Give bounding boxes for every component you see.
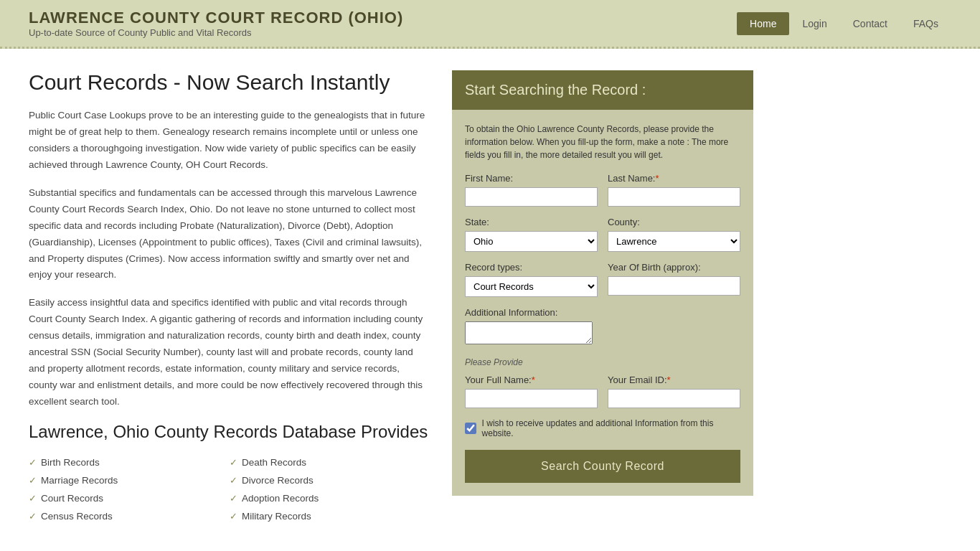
full-name-group: Your Full Name:*: [465, 375, 598, 408]
check-icon: ✓: [230, 475, 237, 486]
paragraph-3: Easily access insightful data and specif…: [29, 295, 430, 410]
email-input[interactable]: [608, 389, 740, 408]
last-name-label: Last Name:*: [608, 173, 740, 184]
list-item: ✓Military Records: [230, 507, 430, 525]
record-label: Marriage Records: [41, 475, 118, 486]
year-of-birth-label: Year Of Birth (approx):: [608, 262, 740, 273]
record-type-select[interactable]: Court Records Birth Records Death Record…: [465, 276, 598, 297]
record-label: Divorce Records: [242, 475, 314, 486]
first-name-label: First Name:: [465, 173, 598, 184]
county-group: County: Lawrence Adams Allen Ashland Ash…: [608, 217, 740, 252]
record-label: Adoption Records: [242, 493, 319, 504]
record-year-row: Record types: Court Records Birth Record…: [465, 262, 740, 297]
county-label: County:: [608, 217, 740, 227]
year-of-birth-group: Year Of Birth (approx):: [608, 262, 740, 297]
db-heading: Lawrence, Ohio County Records Database P…: [29, 422, 430, 442]
first-name-input[interactable]: [465, 187, 598, 207]
record-label: Birth Records: [41, 457, 100, 468]
state-select[interactable]: Ohio Alabama Alaska Arizona Arkansas Cal…: [465, 231, 598, 252]
header-left: LAWRENCE COUNTY COURT RECORD (OHIO) Up-t…: [29, 9, 403, 38]
email-label: Your Email ID:*: [608, 375, 740, 385]
record-label: Court Records: [41, 493, 103, 504]
nav-login[interactable]: Login: [789, 12, 839, 35]
email-group: Your Email ID:*: [608, 375, 740, 408]
additional-info-group: Additional Information:: [465, 307, 740, 347]
check-icon: ✓: [29, 457, 37, 468]
records-list-col2: ✓Death Records ✓Divorce Records ✓Adoptio…: [230, 453, 430, 525]
check-icon: ✓: [29, 493, 37, 504]
additional-info-label: Additional Information:: [465, 307, 740, 318]
full-name-required: *: [532, 375, 535, 385]
state-group: State: Ohio Alabama Alaska Arizona Arkan…: [465, 217, 598, 252]
form-description: To obtain the Ohio Lawrence County Recor…: [465, 123, 740, 161]
list-item: ✓Divorce Records: [230, 471, 430, 489]
search-county-record-button[interactable]: Search County Record: [465, 450, 740, 483]
checkbox-row: I wish to receive updates and additional…: [465, 418, 740, 438]
list-item: ✓Adoption Records: [230, 489, 430, 507]
records-list-col1: ✓Birth Records ✓Marriage Records ✓Court …: [29, 453, 230, 525]
form-body: To obtain the Ohio Lawrence County Recor…: [452, 110, 753, 496]
updates-checkbox[interactable]: [465, 423, 476, 434]
list-item: ✓Death Records: [230, 453, 430, 471]
records-col-2: ✓Death Records ✓Divorce Records ✓Adoptio…: [230, 453, 430, 525]
last-name-group: Last Name:*: [608, 173, 740, 207]
please-provide-label: Please Provide: [465, 357, 740, 367]
nav-faqs[interactable]: FAQs: [900, 12, 951, 35]
state-label: State:: [465, 217, 598, 227]
record-label: Death Records: [242, 457, 306, 468]
header: LAWRENCE COUNTY COURT RECORD (OHIO) Up-t…: [0, 0, 980, 49]
record-label: Military Records: [242, 511, 311, 522]
paragraph-2: Substantial specifics and fundamentals c…: [29, 185, 430, 284]
email-required: *: [667, 375, 671, 385]
left-content: Court Records - Now Search Instantly Pub…: [29, 70, 430, 525]
site-subtitle: Up-to-date Source of County Public and V…: [29, 27, 403, 38]
main-container: Court Records - Now Search Instantly Pub…: [0, 49, 980, 547]
records-list: ✓Birth Records ✓Marriage Records ✓Court …: [29, 453, 430, 525]
name-row: First Name: Last Name:*: [465, 173, 740, 207]
records-col-1: ✓Birth Records ✓Marriage Records ✓Court …: [29, 453, 230, 525]
personal-info-row: Your Full Name:* Your Email ID:*: [465, 375, 740, 408]
header-nav: Home Login Contact FAQs: [737, 12, 951, 35]
check-icon: ✓: [230, 457, 237, 468]
form-heading: Start Searching the Record :: [465, 82, 646, 98]
additional-info-textarea[interactable]: [465, 321, 593, 344]
year-of-birth-input[interactable]: [608, 276, 740, 296]
record-types-label: Record types:: [465, 262, 598, 273]
hero-heading: Court Records - Now Search Instantly: [29, 70, 430, 95]
last-name-required: *: [655, 173, 659, 184]
record-label: Census Records: [41, 511, 113, 522]
nav-contact[interactable]: Contact: [840, 12, 900, 35]
nav-home[interactable]: Home: [737, 12, 789, 35]
county-select[interactable]: Lawrence Adams Allen Ashland Ashtabula: [608, 231, 740, 252]
list-item: ✓Marriage Records: [29, 471, 230, 489]
full-name-label: Your Full Name:*: [465, 375, 598, 385]
site-title: LAWRENCE COUNTY COURT RECORD (OHIO): [29, 9, 403, 27]
check-icon: ✓: [29, 511, 37, 522]
first-name-group: First Name:: [465, 173, 598, 207]
list-item: ✓Court Records: [29, 489, 230, 507]
record-type-group: Record types: Court Records Birth Record…: [465, 262, 598, 297]
paragraph-1: Public Court Case Lookups prove to be an…: [29, 108, 430, 174]
list-item: ✓Census Records: [29, 507, 230, 525]
form-header: Start Searching the Record :: [452, 70, 753, 110]
list-item: ✓Birth Records: [29, 453, 230, 471]
checkbox-label[interactable]: I wish to receive updates and additional…: [482, 418, 740, 438]
full-name-input[interactable]: [465, 389, 598, 408]
last-name-input[interactable]: [608, 187, 740, 207]
check-icon: ✓: [230, 511, 237, 522]
right-panel: Start Searching the Record : To obtain t…: [452, 70, 753, 525]
state-county-row: State: Ohio Alabama Alaska Arizona Arkan…: [465, 217, 740, 252]
check-icon: ✓: [230, 493, 237, 504]
check-icon: ✓: [29, 475, 37, 486]
